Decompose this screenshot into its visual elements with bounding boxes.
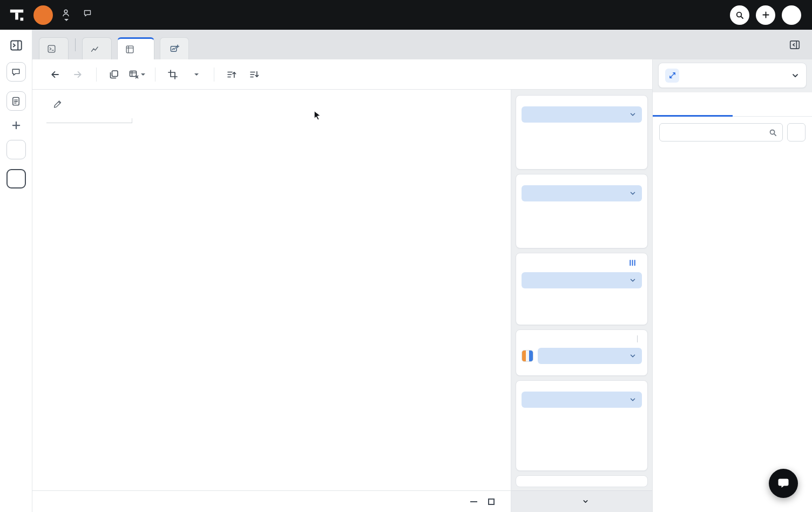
- line-chart-icon: [90, 44, 99, 53]
- toolbar-divider: [155, 68, 155, 82]
- collapse-panel-button[interactable]: [9, 38, 23, 52]
- left-rail: [0, 30, 32, 512]
- update-mode-bar: [511, 490, 652, 512]
- pivot-corner-blank: [46, 114, 132, 119]
- chart-toolbar: [32, 59, 652, 90]
- document-icon: [11, 96, 21, 106]
- aggregate-button[interactable]: [187, 66, 204, 83]
- tab-divider: [75, 38, 76, 51]
- pivot-table: [46, 114, 497, 123]
- sort-ascending-button[interactable]: [223, 66, 240, 83]
- chart-canvas: [32, 90, 511, 490]
- sort-ascending-icon: [226, 69, 237, 80]
- pivot-region-row: [46, 114, 132, 119]
- tab-paper-sales[interactable]: [82, 37, 112, 59]
- field-pill-account-manager[interactable]: [522, 185, 642, 201]
- menu-bar: [62, 19, 97, 21]
- pivot-table-icon: [125, 45, 134, 54]
- help-button[interactable]: [782, 5, 801, 25]
- expand-arrows-icon: [665, 69, 679, 83]
- color-legend: [417, 183, 505, 210]
- tab-format[interactable]: [733, 92, 812, 116]
- crop-icon: [167, 69, 178, 80]
- field-pill-shipping-region[interactable]: [522, 106, 642, 123]
- chart-plus-icon: [170, 44, 180, 54]
- add-formula-button[interactable]: [787, 123, 806, 142]
- crop-button[interactable]: [164, 66, 181, 83]
- color-swatch-icon: [522, 350, 533, 362]
- redo-button[interactable]: [69, 66, 86, 83]
- tab-fields[interactable]: [653, 92, 733, 116]
- columns-layout-icon[interactable]: [628, 259, 637, 267]
- pivot-measure-row: [46, 119, 132, 123]
- measures-section-title: [653, 157, 812, 166]
- fields-format-tabs: [653, 92, 812, 117]
- chevron-down-icon: [629, 190, 637, 197]
- sort-descending-button[interactable]: [246, 66, 263, 83]
- convert-to-visual-explorer-button[interactable]: [516, 475, 648, 487]
- top-bar: [0, 0, 812, 30]
- chart-config-panel: [511, 90, 652, 512]
- undo-button[interactable]: [46, 66, 64, 83]
- toolbar-divider: [96, 68, 97, 82]
- add-query-button[interactable]: [11, 120, 21, 130]
- search-icon: [769, 129, 777, 137]
- chart-data-bar: [32, 490, 511, 512]
- search-button[interactable]: [730, 5, 749, 25]
- sort-descending-icon: [249, 69, 260, 80]
- chevron-down-icon: [582, 498, 589, 505]
- duplicate-button[interactable]: [105, 66, 123, 83]
- report-icon: [83, 9, 92, 17]
- minimize-icon[interactable]: [470, 501, 477, 502]
- breadcrumb: [62, 9, 97, 17]
- plus-icon: [762, 11, 770, 19]
- chevron-down-icon: [141, 73, 145, 76]
- report-outline-button[interactable]: [6, 91, 26, 111]
- update-mode-select[interactable]: [579, 498, 589, 505]
- arrow-right-icon: [72, 69, 83, 80]
- report-chat-button[interactable]: [6, 62, 26, 82]
- toolbar-divider: [214, 68, 214, 82]
- add-button[interactable]: [756, 5, 775, 25]
- pencil-icon: [53, 99, 63, 109]
- app-window: [0, 0, 812, 512]
- edit-title-button[interactable]: [53, 99, 63, 109]
- chevron-down-icon: [629, 277, 637, 284]
- field-pill-sum-quantity[interactable]: [522, 272, 642, 288]
- link-divider: [637, 335, 638, 342]
- chat-bubble-icon: [11, 67, 21, 77]
- table-menu-button[interactable]: [128, 66, 145, 83]
- search-fields-input[interactable]: [665, 128, 769, 137]
- chevron-down-icon: [64, 19, 69, 21]
- app-logo[interactable]: [0, 7, 33, 23]
- search-icon: [735, 11, 744, 19]
- new-chart-tab-button[interactable]: [160, 37, 189, 59]
- menu-report[interactable]: [62, 19, 69, 21]
- collapse-right-panel-button[interactable]: [786, 36, 803, 53]
- filters-card: [516, 380, 648, 471]
- tab-query-2[interactable]: [39, 37, 69, 59]
- panel-left-icon: [9, 38, 23, 52]
- tab-pivot-table-chart[interactable]: [117, 37, 154, 59]
- quick-charts-selector[interactable]: [658, 63, 807, 88]
- chevron-down-icon: [194, 73, 199, 76]
- chat-bubble-icon: [777, 477, 790, 490]
- support-chat-button[interactable]: [769, 469, 798, 498]
- color-card: [516, 329, 648, 376]
- filter-pill-account-manager[interactable]: [522, 392, 642, 408]
- chevron-down-icon: [791, 71, 800, 80]
- report-header: [62, 9, 97, 21]
- topbar-actions: [730, 5, 812, 25]
- pivot-row-header: [46, 119, 132, 123]
- chevron-down-icon: [629, 111, 637, 118]
- maximize-icon[interactable]: [488, 498, 495, 505]
- field-list: [653, 146, 812, 512]
- field-pill-measure-values[interactable]: [538, 348, 642, 364]
- fields-panel: [652, 92, 812, 512]
- query-1-badge[interactable]: [6, 140, 26, 159]
- field-search-box[interactable]: [659, 123, 783, 142]
- columns-x-card: [516, 95, 648, 170]
- quick-charts-area: [652, 59, 812, 92]
- query-2-badge[interactable]: [6, 169, 26, 188]
- avatar[interactable]: [33, 5, 53, 25]
